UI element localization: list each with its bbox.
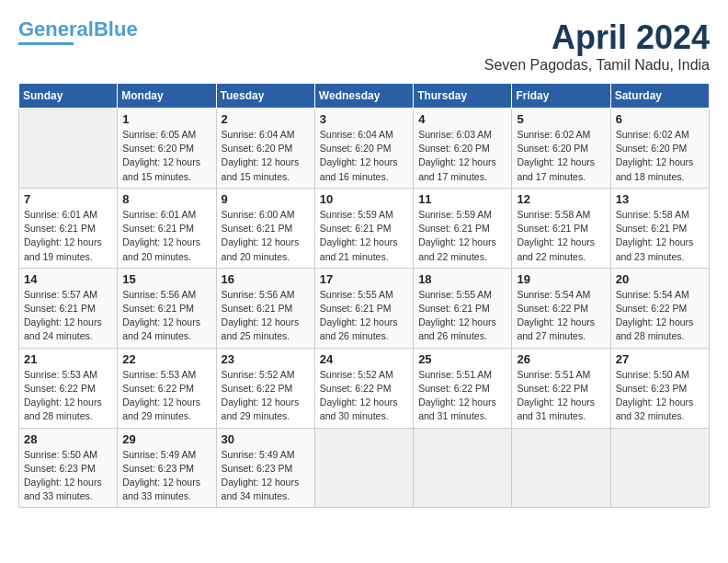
- calendar-cell: 22Sunrise: 5:53 AMSunset: 6:22 PMDayligh…: [118, 348, 216, 428]
- calendar-cell: 27Sunrise: 5:50 AMSunset: 6:23 PMDayligh…: [610, 348, 709, 428]
- calendar-cell: [19, 109, 118, 189]
- calendar-cell: [314, 428, 413, 508]
- day-number: 16: [222, 272, 310, 286]
- day-number: 12: [517, 192, 605, 206]
- day-number: 24: [320, 352, 408, 366]
- calendar-cell: 29Sunrise: 5:49 AMSunset: 6:23 PMDayligh…: [118, 428, 216, 508]
- day-number: 22: [122, 352, 210, 366]
- day-info: Sunrise: 6:00 AMSunset: 6:21 PMDaylight:…: [222, 208, 310, 264]
- day-number: 11: [418, 192, 506, 206]
- day-info: Sunrise: 5:49 AMSunset: 6:23 PMDaylight:…: [122, 448, 210, 504]
- day-number: 4: [418, 112, 506, 126]
- calendar-table: SundayMondayTuesdayWednesdayThursdayFrid…: [18, 83, 710, 508]
- day-info: Sunrise: 5:49 AMSunset: 6:23 PMDaylight:…: [222, 448, 310, 504]
- day-info: Sunrise: 5:55 AMSunset: 6:21 PMDaylight:…: [320, 288, 408, 344]
- calendar-cell: 5Sunrise: 6:02 AMSunset: 6:20 PMDaylight…: [512, 109, 610, 189]
- day-number: 15: [122, 272, 210, 286]
- calendar-cell: 19Sunrise: 5:54 AMSunset: 6:22 PMDayligh…: [512, 268, 610, 348]
- day-info: Sunrise: 5:58 AMSunset: 6:21 PMDaylight:…: [517, 208, 605, 264]
- day-number: 29: [122, 432, 210, 446]
- day-number: 20: [616, 272, 704, 286]
- day-number: 2: [222, 112, 310, 126]
- calendar-cell: 21Sunrise: 5:53 AMSunset: 6:22 PMDayligh…: [19, 348, 118, 428]
- logo-underline: [18, 42, 74, 45]
- col-header-monday: Monday: [118, 84, 216, 109]
- calendar-cell: 25Sunrise: 5:51 AMSunset: 6:22 PMDayligh…: [414, 348, 512, 428]
- logo: GeneralBlue: [18, 18, 138, 45]
- day-number: 18: [418, 272, 506, 286]
- calendar-cell: 13Sunrise: 5:58 AMSunset: 6:21 PMDayligh…: [610, 188, 709, 268]
- calendar-cell: 23Sunrise: 5:52 AMSunset: 6:22 PMDayligh…: [216, 348, 314, 428]
- day-info: Sunrise: 5:50 AMSunset: 6:23 PMDaylight:…: [24, 448, 112, 504]
- day-info: Sunrise: 5:54 AMSunset: 6:22 PMDaylight:…: [517, 288, 605, 344]
- logo-general: General: [18, 17, 94, 40]
- day-number: 14: [24, 272, 112, 286]
- day-number: 9: [222, 192, 310, 206]
- page-header: GeneralBlue April 2024 Seven Pagodas, Ta…: [18, 18, 710, 74]
- col-header-saturday: Saturday: [610, 84, 709, 109]
- calendar-cell: 10Sunrise: 5:59 AMSunset: 6:21 PMDayligh…: [314, 188, 413, 268]
- day-info: Sunrise: 6:04 AMSunset: 6:20 PMDaylight:…: [222, 128, 310, 184]
- calendar-cell: 28Sunrise: 5:50 AMSunset: 6:23 PMDayligh…: [19, 428, 118, 508]
- col-header-thursday: Thursday: [414, 84, 512, 109]
- day-info: Sunrise: 5:58 AMSunset: 6:21 PMDaylight:…: [616, 208, 704, 264]
- day-info: Sunrise: 6:04 AMSunset: 6:20 PMDaylight:…: [320, 128, 408, 184]
- calendar-cell: [512, 428, 610, 508]
- calendar-cell: 9Sunrise: 6:00 AMSunset: 6:21 PMDaylight…: [216, 188, 314, 268]
- calendar-cell: [414, 428, 512, 508]
- col-header-tuesday: Tuesday: [216, 84, 314, 109]
- calendar-cell: 8Sunrise: 6:01 AMSunset: 6:21 PMDaylight…: [118, 188, 216, 268]
- day-number: 8: [122, 192, 210, 206]
- day-number: 26: [517, 352, 605, 366]
- day-info: Sunrise: 5:57 AMSunset: 6:21 PMDaylight:…: [24, 288, 112, 344]
- calendar-subtitle: Seven Pagodas, Tamil Nadu, India: [484, 57, 710, 74]
- day-info: Sunrise: 5:53 AMSunset: 6:22 PMDaylight:…: [122, 368, 210, 424]
- day-info: Sunrise: 5:51 AMSunset: 6:22 PMDaylight:…: [418, 368, 506, 424]
- calendar-title: April 2024: [484, 18, 710, 57]
- calendar-cell: 14Sunrise: 5:57 AMSunset: 6:21 PMDayligh…: [19, 268, 118, 348]
- day-info: Sunrise: 6:02 AMSunset: 6:20 PMDaylight:…: [616, 128, 704, 184]
- day-info: Sunrise: 5:54 AMSunset: 6:22 PMDaylight:…: [616, 288, 704, 344]
- col-header-sunday: Sunday: [19, 84, 118, 109]
- day-number: 5: [517, 112, 605, 126]
- day-number: 30: [222, 432, 310, 446]
- logo-blue: Blue: [94, 17, 138, 40]
- calendar-cell: 3Sunrise: 6:04 AMSunset: 6:20 PMDaylight…: [314, 109, 413, 189]
- day-info: Sunrise: 5:52 AMSunset: 6:22 PMDaylight:…: [320, 368, 408, 424]
- day-number: 7: [24, 192, 112, 206]
- calendar-cell: 15Sunrise: 5:56 AMSunset: 6:21 PMDayligh…: [118, 268, 216, 348]
- day-info: Sunrise: 5:52 AMSunset: 6:22 PMDaylight:…: [222, 368, 310, 424]
- calendar-cell: 16Sunrise: 5:56 AMSunset: 6:21 PMDayligh…: [216, 268, 314, 348]
- day-info: Sunrise: 6:03 AMSunset: 6:20 PMDaylight:…: [418, 128, 506, 184]
- day-info: Sunrise: 5:59 AMSunset: 6:21 PMDaylight:…: [320, 208, 408, 264]
- calendar-cell: 6Sunrise: 6:02 AMSunset: 6:20 PMDaylight…: [610, 109, 709, 189]
- calendar-cell: [610, 428, 709, 508]
- day-number: 10: [320, 192, 408, 206]
- day-number: 6: [616, 112, 704, 126]
- day-number: 17: [320, 272, 408, 286]
- calendar-cell: 18Sunrise: 5:55 AMSunset: 6:21 PMDayligh…: [414, 268, 512, 348]
- title-block: April 2024 Seven Pagodas, Tamil Nadu, In…: [484, 18, 710, 74]
- col-header-wednesday: Wednesday: [314, 84, 413, 109]
- day-info: Sunrise: 6:01 AMSunset: 6:21 PMDaylight:…: [122, 208, 210, 264]
- calendar-cell: 12Sunrise: 5:58 AMSunset: 6:21 PMDayligh…: [512, 188, 610, 268]
- day-number: 28: [24, 432, 112, 446]
- calendar-cell: 24Sunrise: 5:52 AMSunset: 6:22 PMDayligh…: [314, 348, 413, 428]
- day-number: 27: [616, 352, 704, 366]
- day-number: 21: [24, 352, 112, 366]
- day-info: Sunrise: 5:56 AMSunset: 6:21 PMDaylight:…: [122, 288, 210, 344]
- day-info: Sunrise: 6:05 AMSunset: 6:20 PMDaylight:…: [122, 128, 210, 184]
- calendar-cell: 20Sunrise: 5:54 AMSunset: 6:22 PMDayligh…: [610, 268, 709, 348]
- day-info: Sunrise: 5:53 AMSunset: 6:22 PMDaylight:…: [24, 368, 112, 424]
- calendar-cell: 7Sunrise: 6:01 AMSunset: 6:21 PMDaylight…: [19, 188, 118, 268]
- day-number: 1: [122, 112, 210, 126]
- day-number: 23: [222, 352, 310, 366]
- day-number: 13: [616, 192, 704, 206]
- calendar-cell: 26Sunrise: 5:51 AMSunset: 6:22 PMDayligh…: [512, 348, 610, 428]
- calendar-cell: 4Sunrise: 6:03 AMSunset: 6:20 PMDaylight…: [414, 109, 512, 189]
- day-info: Sunrise: 5:59 AMSunset: 6:21 PMDaylight:…: [418, 208, 506, 264]
- day-number: 19: [517, 272, 605, 286]
- day-info: Sunrise: 5:50 AMSunset: 6:23 PMDaylight:…: [616, 368, 704, 424]
- day-info: Sunrise: 5:56 AMSunset: 6:21 PMDaylight:…: [222, 288, 310, 344]
- col-header-friday: Friday: [512, 84, 610, 109]
